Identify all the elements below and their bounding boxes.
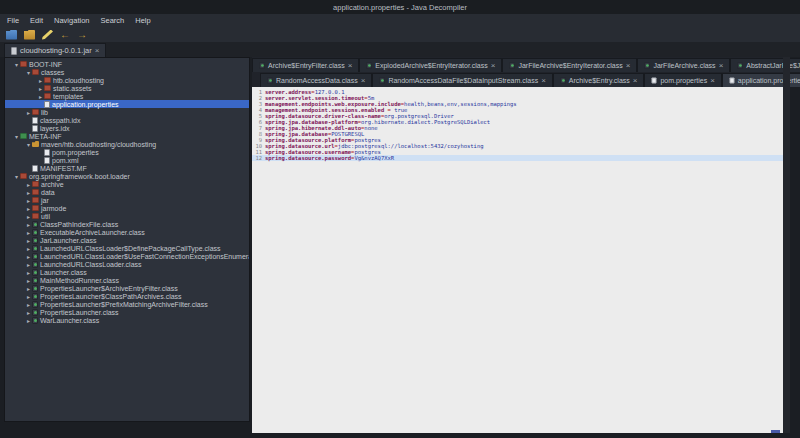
- expander-icon[interactable]: ▸: [25, 221, 32, 228]
- tree-item[interactable]: ▸LaunchedURLClassLoader$DefinePackageCal…: [5, 244, 249, 252]
- class-icon: [32, 277, 38, 284]
- expander-icon[interactable]: ▾: [25, 69, 32, 76]
- tab-cloudhosting-jar[interactable]: cloudhosting-0.0.1.jar ×: [4, 43, 106, 57]
- tree-item[interactable]: ▸JarLauncher.class: [5, 236, 249, 244]
- tab-close-icon[interactable]: ×: [491, 62, 496, 70]
- editor-tab[interactable]: Archive$EntryFilter.class×: [252, 58, 359, 72]
- code-editor[interactable]: 1server.address=127.0.0.12server.servlet…: [252, 87, 783, 433]
- tab-close-icon[interactable]: ×: [541, 77, 546, 85]
- toolbar: ← →: [0, 27, 800, 42]
- tree-item[interactable]: ▾BOOT-INF: [5, 60, 249, 68]
- editor-tab[interactable]: JarFileArchive.class×: [637, 58, 730, 72]
- code-line[interactable]: 12spring.datasource.password=Vg&nvzAQ7Xx…: [252, 155, 783, 161]
- expander-icon[interactable]: ▸: [25, 181, 32, 188]
- tree-item[interactable]: ▸jar: [5, 196, 249, 204]
- tree-item[interactable]: ▸PropertiesLauncher$ArchiveEntryFilter.c…: [5, 284, 249, 292]
- tree-item[interactable]: ▸lib: [5, 108, 249, 116]
- expander-icon[interactable]: ▸: [25, 237, 32, 244]
- tree-item-label: LaunchedURLClassLoader$UseFastConnection…: [40, 253, 250, 260]
- tree-item[interactable]: ▸PropertiesLauncher$PrefixMatchingArchiv…: [5, 300, 249, 308]
- editor-tab[interactable]: RandomAccessDataFile$DataInputStream.cla…: [372, 73, 552, 87]
- tree-item[interactable]: ▸LaunchedURLClassLoader$UseFastConnectio…: [5, 252, 249, 260]
- expander-icon[interactable]: ▸: [37, 93, 44, 100]
- tree-item[interactable]: MANIFEST.MF: [5, 164, 249, 172]
- expander-icon[interactable]: ▾: [13, 61, 20, 68]
- menu-item-edit[interactable]: Edit: [30, 16, 43, 25]
- editor-tab[interactable]: Archive$Entry.class×: [553, 73, 645, 87]
- tree-item[interactable]: ▸util: [5, 212, 249, 220]
- expander-icon[interactable]: ▸: [25, 245, 32, 252]
- tree-item[interactable]: ▸ExecutableArchiveLauncher.class: [5, 228, 249, 236]
- expander-icon[interactable]: ▸: [25, 269, 32, 276]
- jar-tab-close-icon[interactable]: ×: [95, 47, 100, 55]
- tree-item[interactable]: ▸templates: [5, 92, 249, 100]
- expander-icon[interactable]: ▾: [13, 173, 20, 180]
- tree-item[interactable]: ▾classes: [5, 68, 249, 76]
- open-type-icon[interactable]: [24, 30, 35, 40]
- expander-icon[interactable]: ▾: [13, 133, 20, 140]
- open-file-icon[interactable]: [6, 30, 17, 40]
- tree-item[interactable]: layers.idx: [5, 124, 249, 132]
- editor-tab[interactable]: JarFileArchive$EntryIterator.class×: [502, 58, 637, 72]
- tree-item[interactable]: pom.xml: [5, 156, 249, 164]
- package-icon: [32, 197, 39, 203]
- forward-icon[interactable]: →: [77, 30, 87, 40]
- expander-icon[interactable]: ▸: [25, 197, 32, 204]
- tree-item[interactable]: ▸htb.cloudhosting: [5, 76, 249, 84]
- menu-item-navigation[interactable]: Navigation: [54, 16, 89, 25]
- expander-icon[interactable]: ▸: [25, 109, 32, 116]
- tree-item[interactable]: ▾META-INF: [5, 132, 249, 140]
- expander-icon[interactable]: ▸: [25, 189, 32, 196]
- tree-item[interactable]: ▸jarmode: [5, 204, 249, 212]
- menu-item-search[interactable]: Search: [100, 16, 124, 25]
- tab-close-icon[interactable]: ×: [348, 62, 353, 70]
- expander-icon[interactable]: ▸: [25, 301, 32, 308]
- back-icon[interactable]: ←: [60, 30, 70, 40]
- tree-item[interactable]: application.properties: [5, 100, 249, 108]
- tree-item[interactable]: ▸LaunchedURLClassLoader.class: [5, 260, 249, 268]
- expander-icon[interactable]: ▸: [25, 261, 32, 268]
- menu-item-file[interactable]: File: [7, 16, 19, 25]
- tree-item[interactable]: ▸data: [5, 188, 249, 196]
- menu-item-help[interactable]: Help: [135, 16, 150, 25]
- expander-icon[interactable]: ▸: [25, 317, 32, 324]
- expander-icon[interactable]: ▸: [25, 213, 32, 220]
- tab-close-icon[interactable]: ×: [633, 77, 638, 85]
- package-icon: [32, 69, 39, 75]
- tab-close-icon[interactable]: ×: [361, 77, 366, 85]
- tree-item[interactable]: pom.properties: [5, 148, 249, 156]
- tree-item-label: application.properties: [52, 101, 119, 108]
- tree-item[interactable]: ▸WarLauncher.class: [5, 316, 249, 324]
- expander-icon[interactable]: ▸: [25, 293, 32, 300]
- tree-item-label: MainMethodRunner.class: [40, 277, 119, 284]
- expander-icon[interactable]: ▸: [25, 205, 32, 212]
- tree-item[interactable]: ▾org.springframework.boot.loader: [5, 172, 249, 180]
- tree-item[interactable]: ▸PropertiesLauncher$ClassPathArchives.cl…: [5, 292, 249, 300]
- editor-tab[interactable]: pom.properties×: [644, 73, 721, 87]
- expander-icon[interactable]: ▸: [37, 77, 44, 84]
- tab-close-icon[interactable]: ×: [710, 77, 715, 85]
- tree-item[interactable]: ▸static.assets: [5, 84, 249, 92]
- tree-item[interactable]: ▸MainMethodRunner.class: [5, 276, 249, 284]
- file-icon: [44, 101, 50, 108]
- tree-item[interactable]: ▸Launcher.class: [5, 268, 249, 276]
- tab-close-icon[interactable]: ×: [719, 62, 724, 70]
- file-icon: [44, 157, 50, 164]
- tree-item[interactable]: classpath.idx: [5, 116, 249, 124]
- expander-icon[interactable]: ▸: [25, 277, 32, 284]
- scrollbar-thumb[interactable]: [771, 430, 780, 433]
- tree-item[interactable]: ▸PropertiesLauncher.class: [5, 308, 249, 316]
- expander-icon[interactable]: ▸: [25, 229, 32, 236]
- edit-icon[interactable]: [42, 30, 53, 40]
- expander-icon[interactable]: ▸: [25, 253, 32, 260]
- expander-icon[interactable]: ▸: [25, 309, 32, 316]
- editor-tab[interactable]: ExplodedArchive$EntryIterator.class×: [359, 58, 502, 72]
- expander-icon[interactable]: ▸: [37, 85, 44, 92]
- editor-tab[interactable]: RandomAccessData.class×: [260, 73, 372, 87]
- tree-item[interactable]: ▾maven/htb.cloudhosting/cloudhosting: [5, 140, 249, 148]
- expander-icon[interactable]: ▾: [25, 141, 32, 148]
- expander-icon[interactable]: ▸: [25, 285, 32, 292]
- tree-item[interactable]: ▸archive: [5, 180, 249, 188]
- tab-close-icon[interactable]: ×: [626, 62, 631, 70]
- tree-item[interactable]: ▸ClassPathIndexFile.class: [5, 220, 249, 228]
